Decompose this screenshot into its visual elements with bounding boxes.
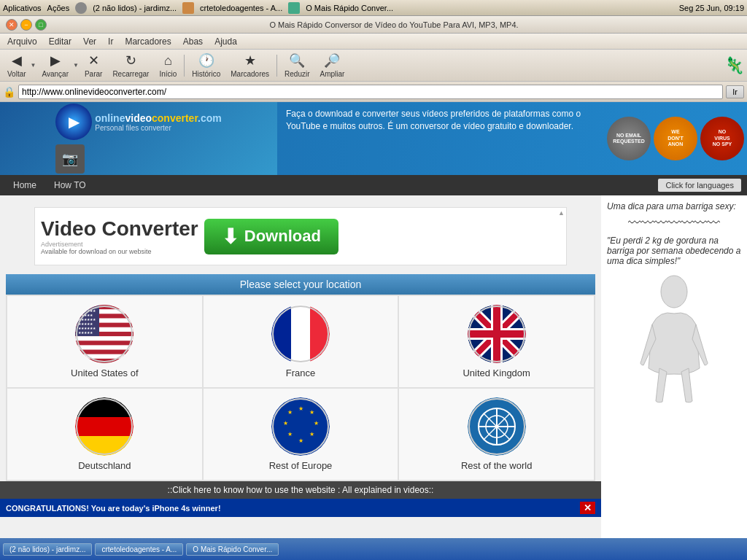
taskbar-item-1[interactable]: (2 não lidos) - jardimz... [3, 543, 92, 556]
location-header: Please select your location [6, 274, 595, 295]
svg-rect-30 [468, 330, 526, 338]
home-label: Início [159, 70, 177, 78]
us-flag-svg: ★★★★★★ ★★★★★ ★★★★★★ ★★★★★ ★★★★★★ ★★★★★ [75, 305, 133, 363]
logo-text: onlinevideoconverter.com [95, 112, 222, 124]
stop-button[interactable]: ✕ Parar [80, 51, 107, 79]
menu-editar[interactable]: Editar [44, 35, 76, 48]
sidebar-quote: "Eu perdi 2 kg de gordura na barriga por… [607, 236, 741, 266]
svg-point-57 [661, 276, 687, 308]
main-wrapper: Video Converter Advertisement Available … [0, 195, 747, 538]
uk-flag-svg [468, 305, 526, 363]
actions-menu[interactable]: Ações [47, 4, 70, 12]
camera-icon: 📷 [55, 144, 85, 174]
sidebar-decoration: 〰〰〰〰〰〰〰 [607, 216, 741, 231]
eu-flag: ★ ★ ★ ★ ★ ★ ★ ★ [271, 397, 330, 456]
bottom-bar[interactable]: ::Click here to know how to use the webs… [0, 481, 601, 499]
address-input[interactable] [18, 85, 723, 99]
os-topbar: Aplicativos Ações (2 não lidos) - jardim… [0, 0, 747, 16]
svg-text:★: ★ [287, 409, 293, 416]
back-button[interactable]: ◀ Voltar [3, 51, 31, 79]
back-arrow-icon[interactable]: ▼ [31, 62, 36, 69]
maximize-button[interactable]: □ [35, 19, 47, 31]
apps-menu[interactable]: Aplicativos [3, 4, 42, 12]
notification-2[interactable]: crtetoledoagentes - A... [200, 4, 282, 12]
zoom-in-button[interactable]: 🔎 Ampliar [316, 51, 349, 79]
ad-download-button[interactable]: ⬇ Download [204, 219, 338, 254]
de-label: Deutschland [78, 460, 131, 471]
taskbar-item-3[interactable]: O Mais Rápido Conver... [186, 543, 279, 556]
france-flag [271, 305, 330, 363]
zoom-in-label: Ampliar [320, 70, 345, 78]
menu-marcadores[interactable]: Marcadores [120, 35, 175, 48]
close-button[interactable]: ✕ [6, 19, 18, 31]
france-label: France [286, 368, 315, 378]
world-label: Rest of the world [461, 460, 533, 471]
uk-label: United Kingdom [462, 368, 530, 378]
anon-badge: WEDON'TANON [654, 117, 697, 160]
svg-rect-5 [75, 336, 133, 341]
svg-rect-7 [75, 354, 133, 359]
nav-home[interactable]: Home [6, 177, 44, 193]
congrats-close-button[interactable]: ✕ [580, 502, 595, 514]
forward-button[interactable]: ▶ Avançar [38, 51, 74, 79]
location-france[interactable]: France [203, 295, 399, 388]
menu-ir[interactable]: Ir [104, 35, 117, 48]
history-button[interactable]: 🕐 Histórico [187, 51, 225, 79]
zoom-out-label: Reduzir [285, 70, 309, 78]
email-badge: NO EMAIL REQUESTED [607, 117, 651, 160]
history-icon: 🕐 [198, 52, 214, 69]
menu-ajuda[interactable]: Ajuda [210, 35, 241, 48]
forward-arrow-icon[interactable]: ▼ [73, 62, 79, 69]
de-flag [75, 397, 133, 456]
app-icon-3 [288, 2, 300, 14]
location-de[interactable]: Deutschland [7, 388, 203, 481]
location-uk[interactable]: United Kingdom [398, 295, 595, 388]
site-nav: Home How TO Click for languages [0, 175, 747, 195]
notification-1[interactable]: (2 não lidos) - jardimz... [93, 4, 177, 12]
app-icon-1 [75, 2, 87, 14]
ad-title: Video Converter [41, 217, 198, 241]
taskbar-item-2[interactable]: crtetoledoagentes - A... [95, 543, 183, 556]
location-us[interactable]: ★★★★★★ ★★★★★ ★★★★★★ ★★★★★ ★★★★★★ ★★★★★ [7, 295, 203, 388]
browser-window-controls[interactable]: ✕ − □ [6, 19, 47, 31]
figure-svg [630, 273, 718, 405]
download-arrow-icon: ⬇ [222, 225, 239, 249]
menu-ver[interactable]: Ver [79, 35, 101, 48]
svg-text:★: ★ [298, 438, 303, 444]
reload-label: Recarregar [112, 70, 149, 78]
menu-abas[interactable]: Abas [179, 35, 207, 48]
zoom-out-button[interactable]: 🔍 Reduzir [280, 51, 314, 79]
forward-group: ▶ Avançar ▼ [38, 51, 79, 79]
menu-arquivo[interactable]: Arquivo [3, 35, 42, 48]
language-button[interactable]: Click for languages [658, 179, 741, 192]
download-label: Download [244, 227, 321, 246]
back-group: ◀ Voltar ▼ [3, 51, 36, 79]
go-button[interactable]: Ir [726, 85, 744, 98]
location-world[interactable]: Rest of the world [398, 388, 595, 481]
de-flag-svg [75, 397, 133, 456]
svg-text:★: ★ [309, 409, 314, 416]
svg-rect-18 [291, 305, 310, 363]
eu-label: Rest of Europe [269, 460, 333, 471]
home-button[interactable]: ⌂ Início [155, 52, 181, 79]
browser-title-bar: ✕ − □ O Mais Rápido Conversor de Vídeo d… [0, 16, 747, 34]
back-icon: ◀ [12, 52, 22, 69]
address-bar: 🔒 Ir [0, 82, 747, 102]
page-icon: 🔒 [3, 86, 15, 98]
browser-content: ▶ onlinevideoconverter.com Personal file… [0, 102, 747, 538]
site-header-middle: Faça o download e converter seus vídeos … [277, 102, 604, 175]
bookmarks-button[interactable]: ★ Marcadores [226, 51, 274, 79]
taskbar: (2 não lidos) - jardimz... crtetoledoage… [0, 538, 747, 560]
minimize-button[interactable]: − [20, 19, 32, 31]
svg-rect-34 [75, 417, 133, 436]
site-header: ▶ onlinevideoconverter.com Personal file… [0, 102, 747, 175]
toolbar-separator-2 [276, 55, 277, 77]
active-tab[interactable]: O Mais Rápido Conver... [306, 4, 393, 12]
zoom-in-icon: 🔎 [324, 52, 340, 69]
logo-area: ▶ onlinevideoconverter.com Personal file… [55, 104, 222, 174]
nav-howto[interactable]: How TO [47, 177, 93, 193]
location-eu[interactable]: ★ ★ ★ ★ ★ ★ ★ ★ [203, 388, 399, 481]
app-icon-2 [182, 2, 194, 14]
svg-text:★: ★ [298, 405, 303, 412]
reload-button[interactable]: ↻ Recarregar [108, 51, 153, 79]
